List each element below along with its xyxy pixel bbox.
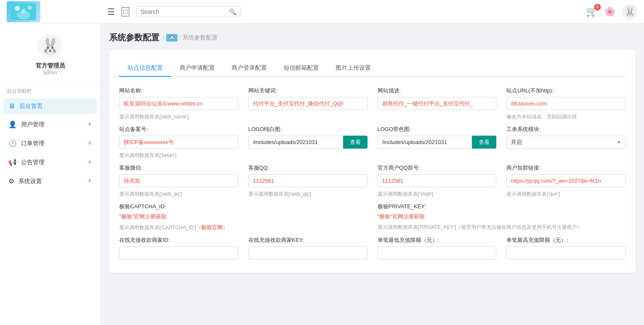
sidebar-item-dashboard[interactable]: 🖥 后台首页 (3, 98, 97, 114)
site-url-group: 站点URL(不加http): 修改为本站域名，否则回调出错 (506, 87, 626, 121)
sidebar-item-users[interactable]: 👤 用户管理 + (0, 115, 100, 134)
system-module-select[interactable]: 开启 关闭 (506, 136, 626, 149)
sidebar-item-announcements-label: 公告管理 (21, 159, 87, 166)
captcha-id-hint-link[interactable]: 极验官网 (201, 224, 223, 231)
recharge-merchant-id-label: 在线充值收款商家ID: (119, 236, 238, 244)
page-header: 系统参数配置 / 🏠 / 系统参数配置 (109, 32, 636, 43)
site-name-label: 网站名称: (119, 87, 238, 94)
logo-white-label: LOGO纯白图: (248, 126, 368, 133)
header-controls: ☰ □ 🔍 (107, 6, 241, 17)
captcha-id-group: 极验CAPTCHA_ID: "极验"官网注册获取 显示调用数据库表['CAPTC… (119, 203, 368, 231)
search-input[interactable] (141, 8, 229, 15)
group-link-label: 商户加群链接: (506, 164, 626, 172)
config-card: 站点信息配置 商户申请配置 商户登录配置 短信邮箱配置 图片上传设置 网站名称:… (109, 50, 636, 273)
tab-merchant-login[interactable]: 商户登录配置 (223, 60, 275, 77)
form-row-2: 站点备案号: 显示调用数据库表['beian'] LOGO纯白图: 查看 LOG… (119, 126, 626, 159)
site-keywords-group: 网站关键词: (248, 87, 368, 121)
site-url-input[interactable] (506, 97, 626, 110)
private-key-link[interactable]: "极验"官网注册获取 (378, 213, 626, 220)
site-desc-input[interactable] (378, 97, 497, 110)
site-name-group: 网站名称: 显示调用数据库表['web_name'] (119, 87, 238, 121)
sidebar-avatar: 🐰 (38, 34, 63, 59)
min-recharge-group: 单笔最低充值限额（元）: (378, 236, 497, 259)
site-desc-label: 网站描述: (378, 87, 497, 94)
sidebar-item-orders-label: 订单管理 (21, 140, 87, 147)
logo-image: 示 (7, 1, 40, 22)
min-recharge-input[interactable] (378, 246, 497, 259)
logo-white-input[interactable] (248, 136, 343, 149)
site-name-hint: 显示调用数据库表['web_name'] (119, 113, 238, 121)
site-url-label: 站点URL(不加http): (506, 87, 626, 94)
beian-hint: 显示调用数据库表['beian'] (119, 152, 238, 159)
site-url-hint: 修改为本站域名，否则回调出错 (506, 113, 626, 121)
system-module-label: 工单系统模块: (506, 126, 626, 133)
tab-sms-email[interactable]: 短信邮箱配置 (275, 60, 327, 77)
tabs: 站点信息配置 商户申请配置 商户登录配置 短信邮箱配置 图片上传设置 (119, 60, 626, 77)
orders-expand-icon[interactable]: + (87, 139, 92, 148)
tab-merchant-apply[interactable]: 商户申请配置 (171, 60, 223, 77)
beian-input[interactable] (119, 136, 238, 149)
logo-white-view-btn[interactable]: 查看 (343, 136, 368, 149)
svg-point-1 (15, 6, 20, 11)
max-recharge-label: 单笔最高充值限额（元）: (506, 236, 626, 244)
sidebar-item-settings[interactable]: ⚙ 系统设置 + (0, 172, 100, 191)
logo-white-input-group: 查看 (248, 136, 368, 149)
announcements-icon: 📢 (8, 158, 17, 166)
captcha-id-link[interactable]: "极验"官网注册获取 (119, 213, 368, 220)
qq-hint: 显示调用数据库表['web_qq'] (248, 191, 368, 198)
orders-icon: 🕐 (8, 139, 17, 147)
private-key-hint: 显示调用数据库表['PRIVATE_KEY']（留空用户将无法修改商户信息及使用… (378, 224, 626, 231)
recharge-merchant-key-input[interactable] (248, 246, 368, 259)
search-icon[interactable]: 🔍 (229, 8, 236, 15)
beian-label: 站点备案号: (119, 126, 238, 133)
official-qq-input[interactable] (378, 174, 497, 187)
notification-icon[interactable]: 🛒 0 (586, 6, 597, 17)
recharge-merchant-key-label: 在线充值收款商家KEY: (248, 236, 368, 244)
site-keywords-input[interactable] (248, 97, 368, 110)
logo-color-input[interactable] (378, 136, 472, 149)
logo-color-view-btn[interactable]: 查看 (472, 136, 496, 149)
qq-input[interactable] (248, 174, 368, 187)
wechat-input[interactable] (119, 174, 238, 187)
wechat-group: 客服微信: 显示调用数据库表['web_qq'] (119, 164, 238, 198)
site-name-input[interactable] (119, 97, 238, 110)
svg-point-2 (28, 5, 32, 10)
expand-icon[interactable]: □ (122, 7, 129, 16)
group-link-input[interactable] (506, 174, 626, 187)
beian-group: 站点备案号: 显示调用数据库表['beian'] (119, 126, 238, 159)
breadcrumb-home-icon[interactable]: 🏠 (166, 34, 177, 42)
form-row-1: 网站名称: 显示调用数据库表['web_name'] 网站关键词: 网站描述: … (119, 87, 626, 121)
wechat-label: 客服微信: (119, 164, 238, 172)
breadcrumb: / 🏠 / 系统参数配置 (163, 34, 218, 42)
menu-icon[interactable]: ☰ (107, 7, 115, 17)
qq-group: 客服QQ: 显示调用数据库表['web_qq'] (248, 164, 368, 198)
captcha-id-label: 极验CAPTCHA_ID: (119, 203, 368, 210)
users-expand-icon[interactable]: + (87, 120, 92, 129)
official-qq-label: 官方商户QQ群号: (378, 164, 497, 172)
official-qq-group: 官方商户QQ群号: 显示调用数据库表['shqh'] (378, 164, 497, 198)
tab-site-info[interactable]: 站点信息配置 (119, 60, 171, 77)
logo: 示 (7, 1, 107, 22)
search-box[interactable]: 🔍 (136, 6, 241, 17)
recharge-merchant-id-input[interactable] (119, 246, 238, 259)
max-recharge-input[interactable] (506, 246, 626, 259)
sidebar: 🐰 官方管理员 admin 后台导航栏 🖥 后台首页 👤 用户管理 + 🕐 订单… (0, 24, 101, 325)
system-module-select-wrapper: 开启 关闭 (506, 136, 626, 149)
form-row-3: 客服微信: 显示调用数据库表['web_qq'] 客服QQ: 显示调用数据库表[… (119, 164, 626, 198)
announcements-expand-icon[interactable]: + (87, 158, 92, 167)
qq-label: 客服QQ: (248, 164, 368, 172)
sidebar-item-orders[interactable]: 🕐 订单管理 + (0, 134, 100, 153)
official-qq-hint: 显示调用数据库表['shqh'] (378, 191, 497, 198)
header-right: 🛒 0 🌸 🐰 (586, 4, 637, 19)
captcha-id-hint-prefix: 显示调用数据库表['CAPTCHA_ID']（ (119, 225, 201, 231)
system-module-group: 工单系统模块: 开启 关闭 (506, 126, 626, 159)
logo-color-input-group: 查看 (378, 136, 497, 149)
site-keywords-label: 网站关键词: (248, 87, 368, 94)
avatar[interactable]: 🐰 (622, 4, 637, 19)
apps-icon[interactable]: 🌸 (604, 6, 615, 17)
settings-expand-icon[interactable]: + (87, 177, 92, 186)
recharge-merchant-key-group: 在线充值收款商家KEY: (248, 236, 368, 259)
sidebar-item-announcements[interactable]: 📢 公告管理 + (0, 153, 100, 172)
tab-image-upload[interactable]: 图片上传设置 (327, 60, 379, 77)
page-title: 系统参数配置 (109, 32, 159, 43)
